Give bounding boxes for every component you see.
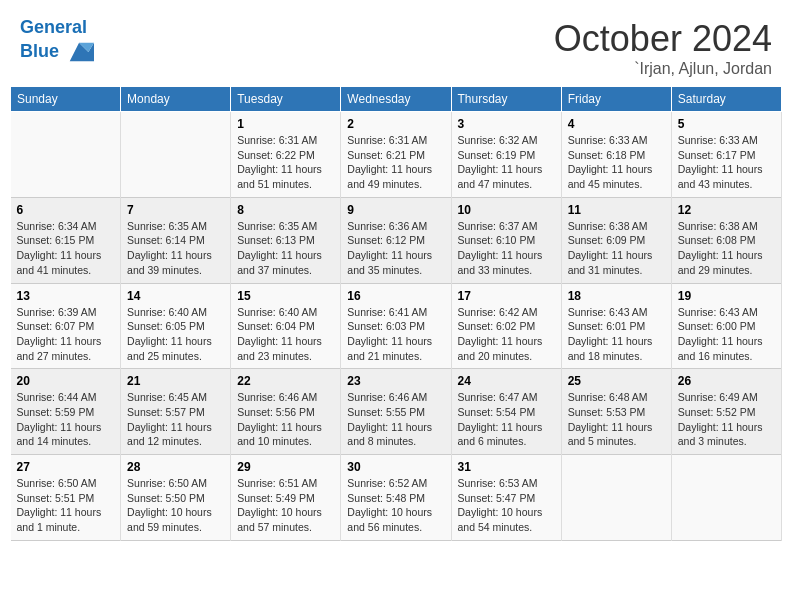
day-number: 1 bbox=[237, 117, 334, 131]
calendar-cell: 10Sunrise: 6:37 AMSunset: 6:10 PMDayligh… bbox=[451, 197, 561, 283]
calendar-cell: 15Sunrise: 6:40 AMSunset: 6:04 PMDayligh… bbox=[231, 283, 341, 369]
day-info: Sunrise: 6:47 AMSunset: 5:54 PMDaylight:… bbox=[458, 390, 555, 449]
weekday-header: Sunday bbox=[11, 87, 121, 112]
day-info: Sunrise: 6:50 AMSunset: 5:51 PMDaylight:… bbox=[17, 476, 115, 535]
calendar-cell: 17Sunrise: 6:42 AMSunset: 6:02 PMDayligh… bbox=[451, 283, 561, 369]
calendar-cell: 22Sunrise: 6:46 AMSunset: 5:56 PMDayligh… bbox=[231, 369, 341, 455]
calendar-cell: 29Sunrise: 6:51 AMSunset: 5:49 PMDayligh… bbox=[231, 455, 341, 541]
day-number: 22 bbox=[237, 374, 334, 388]
day-number: 18 bbox=[568, 289, 665, 303]
location-title: `Irjan, Ajlun, Jordan bbox=[554, 60, 772, 78]
day-number: 30 bbox=[347, 460, 444, 474]
day-info: Sunrise: 6:46 AMSunset: 5:55 PMDaylight:… bbox=[347, 390, 444, 449]
day-number: 5 bbox=[678, 117, 775, 131]
calendar-cell: 2Sunrise: 6:31 AMSunset: 6:21 PMDaylight… bbox=[341, 112, 451, 198]
day-info: Sunrise: 6:53 AMSunset: 5:47 PMDaylight:… bbox=[458, 476, 555, 535]
day-number: 31 bbox=[458, 460, 555, 474]
day-number: 25 bbox=[568, 374, 665, 388]
calendar-cell: 19Sunrise: 6:43 AMSunset: 6:00 PMDayligh… bbox=[671, 283, 781, 369]
day-info: Sunrise: 6:41 AMSunset: 6:03 PMDaylight:… bbox=[347, 305, 444, 364]
calendar-cell: 26Sunrise: 6:49 AMSunset: 5:52 PMDayligh… bbox=[671, 369, 781, 455]
day-info: Sunrise: 6:34 AMSunset: 6:15 PMDaylight:… bbox=[17, 219, 115, 278]
weekday-header: Saturday bbox=[671, 87, 781, 112]
day-number: 13 bbox=[17, 289, 115, 303]
day-info: Sunrise: 6:36 AMSunset: 6:12 PMDaylight:… bbox=[347, 219, 444, 278]
calendar-cell: 7Sunrise: 6:35 AMSunset: 6:14 PMDaylight… bbox=[121, 197, 231, 283]
day-number: 23 bbox=[347, 374, 444, 388]
calendar-cell bbox=[561, 455, 671, 541]
page-header: General Blue October 2024 `Irjan, Ajlun,… bbox=[10, 10, 782, 82]
day-info: Sunrise: 6:50 AMSunset: 5:50 PMDaylight:… bbox=[127, 476, 224, 535]
day-number: 15 bbox=[237, 289, 334, 303]
day-info: Sunrise: 6:37 AMSunset: 6:10 PMDaylight:… bbox=[458, 219, 555, 278]
day-number: 17 bbox=[458, 289, 555, 303]
day-info: Sunrise: 6:44 AMSunset: 5:59 PMDaylight:… bbox=[17, 390, 115, 449]
calendar-cell: 20Sunrise: 6:44 AMSunset: 5:59 PMDayligh… bbox=[11, 369, 121, 455]
calendar-cell: 13Sunrise: 6:39 AMSunset: 6:07 PMDayligh… bbox=[11, 283, 121, 369]
logo-icon bbox=[66, 38, 94, 66]
day-info: Sunrise: 6:32 AMSunset: 6:19 PMDaylight:… bbox=[458, 133, 555, 192]
calendar-cell: 14Sunrise: 6:40 AMSunset: 6:05 PMDayligh… bbox=[121, 283, 231, 369]
calendar-cell: 6Sunrise: 6:34 AMSunset: 6:15 PMDaylight… bbox=[11, 197, 121, 283]
calendar-cell bbox=[121, 112, 231, 198]
calendar-table: SundayMondayTuesdayWednesdayThursdayFrid… bbox=[10, 86, 782, 541]
day-info: Sunrise: 6:31 AMSunset: 6:22 PMDaylight:… bbox=[237, 133, 334, 192]
calendar-cell: 9Sunrise: 6:36 AMSunset: 6:12 PMDaylight… bbox=[341, 197, 451, 283]
calendar-cell: 12Sunrise: 6:38 AMSunset: 6:08 PMDayligh… bbox=[671, 197, 781, 283]
calendar-cell: 4Sunrise: 6:33 AMSunset: 6:18 PMDaylight… bbox=[561, 112, 671, 198]
day-info: Sunrise: 6:42 AMSunset: 6:02 PMDaylight:… bbox=[458, 305, 555, 364]
day-info: Sunrise: 6:38 AMSunset: 6:08 PMDaylight:… bbox=[678, 219, 775, 278]
day-info: Sunrise: 6:35 AMSunset: 6:13 PMDaylight:… bbox=[237, 219, 334, 278]
day-number: 26 bbox=[678, 374, 775, 388]
day-info: Sunrise: 6:31 AMSunset: 6:21 PMDaylight:… bbox=[347, 133, 444, 192]
weekday-header: Monday bbox=[121, 87, 231, 112]
month-title: October 2024 bbox=[554, 18, 772, 60]
day-number: 16 bbox=[347, 289, 444, 303]
calendar-cell: 3Sunrise: 6:32 AMSunset: 6:19 PMDaylight… bbox=[451, 112, 561, 198]
calendar-week-row: 20Sunrise: 6:44 AMSunset: 5:59 PMDayligh… bbox=[11, 369, 782, 455]
calendar-cell: 8Sunrise: 6:35 AMSunset: 6:13 PMDaylight… bbox=[231, 197, 341, 283]
calendar-cell: 25Sunrise: 6:48 AMSunset: 5:53 PMDayligh… bbox=[561, 369, 671, 455]
day-info: Sunrise: 6:48 AMSunset: 5:53 PMDaylight:… bbox=[568, 390, 665, 449]
day-number: 10 bbox=[458, 203, 555, 217]
day-info: Sunrise: 6:46 AMSunset: 5:56 PMDaylight:… bbox=[237, 390, 334, 449]
day-info: Sunrise: 6:51 AMSunset: 5:49 PMDaylight:… bbox=[237, 476, 334, 535]
calendar-cell: 1Sunrise: 6:31 AMSunset: 6:22 PMDaylight… bbox=[231, 112, 341, 198]
day-number: 12 bbox=[678, 203, 775, 217]
day-number: 27 bbox=[17, 460, 115, 474]
calendar-cell: 24Sunrise: 6:47 AMSunset: 5:54 PMDayligh… bbox=[451, 369, 561, 455]
day-info: Sunrise: 6:38 AMSunset: 6:09 PMDaylight:… bbox=[568, 219, 665, 278]
day-info: Sunrise: 6:33 AMSunset: 6:17 PMDaylight:… bbox=[678, 133, 775, 192]
logo-subtext: Blue bbox=[20, 38, 94, 66]
calendar-cell: 21Sunrise: 6:45 AMSunset: 5:57 PMDayligh… bbox=[121, 369, 231, 455]
day-number: 11 bbox=[568, 203, 665, 217]
day-number: 21 bbox=[127, 374, 224, 388]
day-number: 14 bbox=[127, 289, 224, 303]
day-info: Sunrise: 6:43 AMSunset: 6:00 PMDaylight:… bbox=[678, 305, 775, 364]
day-number: 3 bbox=[458, 117, 555, 131]
day-number: 28 bbox=[127, 460, 224, 474]
day-number: 9 bbox=[347, 203, 444, 217]
calendar-cell: 5Sunrise: 6:33 AMSunset: 6:17 PMDaylight… bbox=[671, 112, 781, 198]
day-info: Sunrise: 6:35 AMSunset: 6:14 PMDaylight:… bbox=[127, 219, 224, 278]
calendar-cell: 18Sunrise: 6:43 AMSunset: 6:01 PMDayligh… bbox=[561, 283, 671, 369]
weekday-header: Friday bbox=[561, 87, 671, 112]
calendar-cell: 11Sunrise: 6:38 AMSunset: 6:09 PMDayligh… bbox=[561, 197, 671, 283]
logo-text: General bbox=[20, 18, 94, 38]
day-number: 29 bbox=[237, 460, 334, 474]
calendar-cell: 23Sunrise: 6:46 AMSunset: 5:55 PMDayligh… bbox=[341, 369, 451, 455]
day-number: 20 bbox=[17, 374, 115, 388]
day-info: Sunrise: 6:52 AMSunset: 5:48 PMDaylight:… bbox=[347, 476, 444, 535]
day-number: 7 bbox=[127, 203, 224, 217]
day-number: 24 bbox=[458, 374, 555, 388]
calendar-cell bbox=[671, 455, 781, 541]
day-info: Sunrise: 6:40 AMSunset: 6:04 PMDaylight:… bbox=[237, 305, 334, 364]
day-number: 6 bbox=[17, 203, 115, 217]
day-number: 2 bbox=[347, 117, 444, 131]
calendar-cell: 16Sunrise: 6:41 AMSunset: 6:03 PMDayligh… bbox=[341, 283, 451, 369]
day-info: Sunrise: 6:43 AMSunset: 6:01 PMDaylight:… bbox=[568, 305, 665, 364]
calendar-week-row: 6Sunrise: 6:34 AMSunset: 6:15 PMDaylight… bbox=[11, 197, 782, 283]
calendar-cell: 31Sunrise: 6:53 AMSunset: 5:47 PMDayligh… bbox=[451, 455, 561, 541]
day-number: 4 bbox=[568, 117, 665, 131]
calendar-week-row: 27Sunrise: 6:50 AMSunset: 5:51 PMDayligh… bbox=[11, 455, 782, 541]
